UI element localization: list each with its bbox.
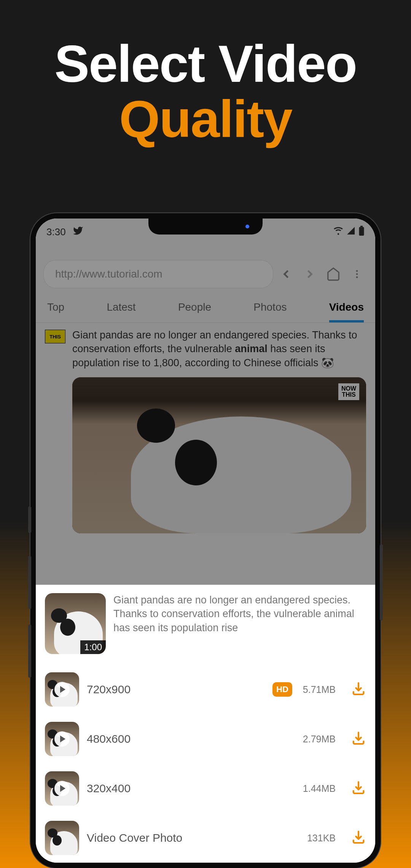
- quality-thumbnail: [45, 821, 79, 855]
- wifi-icon: [333, 226, 343, 238]
- tab-videos[interactable]: Videos: [329, 301, 364, 322]
- hero-title: Select Video Quality: [0, 0, 411, 147]
- quality-sheet: 1:00 Giant pandas are no longer an endan…: [36, 585, 375, 863]
- svg-rect-1: [360, 226, 363, 227]
- hd-badge: HD: [272, 682, 292, 697]
- quality-label: Video Cover Photo: [87, 831, 299, 844]
- play-icon: [54, 781, 70, 796]
- tab-photos[interactable]: Photos: [253, 301, 287, 322]
- phone-side-button: [380, 544, 383, 621]
- tab-people[interactable]: People: [178, 301, 211, 322]
- download-icon[interactable]: [351, 830, 366, 846]
- quality-thumbnail: [45, 722, 79, 756]
- post: THIS Giant pandas are no longer an endan…: [45, 328, 366, 370]
- home-icon[interactable]: [323, 263, 344, 285]
- quality-size: 5.71MB: [303, 684, 336, 695]
- quality-thumbnail: [45, 771, 79, 806]
- post-text: Giant pandas are no longer an endangered…: [72, 328, 366, 370]
- quality-label: 480x600: [87, 732, 295, 745]
- phone-screen: 3:30 http:: [36, 219, 375, 863]
- sheet-thumbnail: 1:00: [45, 593, 106, 654]
- video-watermark: NOW THIS: [338, 383, 359, 400]
- play-icon: [54, 731, 70, 747]
- quality-label: 320x400: [87, 782, 295, 795]
- video-thumbnail: [72, 377, 366, 533]
- quality-thumbnail: [45, 672, 79, 707]
- quality-row[interactable]: 320x400 1.44MB: [45, 764, 366, 813]
- svg-point-4: [356, 276, 358, 278]
- phone-frame: 3:30 http:: [30, 213, 381, 868]
- tab-top[interactable]: Top: [47, 301, 64, 322]
- url-bar: http://www.tutorial.com: [43, 260, 368, 288]
- quality-size: 1.44MB: [303, 783, 336, 794]
- svg-point-3: [356, 273, 358, 275]
- background-content: 3:30 http:: [36, 219, 375, 539]
- phone-side-button: [28, 556, 31, 609]
- download-icon[interactable]: [351, 731, 366, 747]
- quality-label: 720x900: [87, 683, 265, 696]
- play-icon: [54, 682, 70, 697]
- url-input[interactable]: http://www.tutorial.com: [43, 260, 273, 288]
- video-duration: 1:00: [80, 640, 106, 654]
- status-time: 3:30: [46, 226, 66, 238]
- tabs: Top Latest People Photos Videos: [36, 293, 375, 323]
- phone-notch: [148, 219, 263, 235]
- tab-latest[interactable]: Latest: [107, 301, 135, 322]
- more-icon[interactable]: [346, 263, 368, 285]
- quality-size: 2.79MB: [303, 734, 336, 745]
- video-embed[interactable]: NOW THIS: [72, 377, 366, 533]
- forward-icon[interactable]: [299, 263, 320, 285]
- sheet-header: 1:00 Giant pandas are no longer an endan…: [45, 593, 366, 654]
- phone-side-button: [28, 624, 31, 678]
- quality-size: 131KB: [307, 833, 336, 844]
- sheet-description: Giant pandas are no longer an endangered…: [113, 593, 366, 654]
- svg-rect-0: [359, 227, 364, 236]
- hero-line2: Quality: [0, 91, 411, 147]
- download-icon[interactable]: [351, 681, 366, 698]
- quality-row[interactable]: 720x900 HD 5.71MB: [45, 665, 366, 714]
- hero-line1: Select Video: [0, 36, 411, 91]
- signal-icon: [346, 226, 355, 238]
- download-icon[interactable]: [351, 780, 366, 797]
- svg-point-2: [356, 270, 358, 272]
- twitter-icon: [73, 225, 83, 239]
- quality-row[interactable]: Video Cover Photo 131KB: [45, 813, 366, 863]
- content-area: THIS Giant pandas are no longer an endan…: [36, 323, 375, 539]
- phone-side-button: [28, 506, 31, 533]
- post-avatar: THIS: [45, 330, 65, 343]
- quality-row[interactable]: 480x600 2.79MB: [45, 714, 366, 764]
- battery-icon: [358, 226, 365, 238]
- back-icon[interactable]: [276, 263, 297, 285]
